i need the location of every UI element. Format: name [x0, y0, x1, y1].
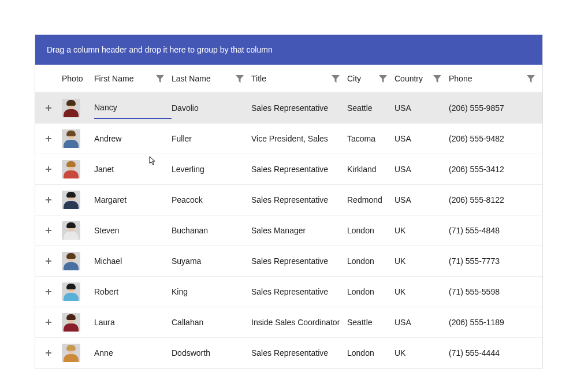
cell-country: UK — [395, 281, 449, 302]
column-header-row: Photo First Name Last Name Title City Co… — [35, 65, 542, 93]
table-row[interactable]: MichaelSuyamaSales RepresentativeLondonU… — [35, 246, 542, 277]
column-label-country: Country — [395, 74, 425, 83]
cell-photo — [62, 338, 94, 368]
column-label-city: City — [347, 74, 363, 83]
cell-phone: (71) 555-7773 — [449, 251, 542, 271]
column-header-title[interactable]: Title — [251, 65, 347, 92]
table-body: NancyDavolioSales RepresentativeSeattleU… — [35, 93, 542, 368]
plus-icon — [45, 105, 52, 111]
cell-photo — [62, 185, 94, 215]
column-header-phone[interactable]: Phone — [449, 65, 542, 92]
avatar — [62, 282, 80, 301]
cell-title: Sales Representative — [251, 159, 347, 180]
cell-last-name: Leverling — [172, 159, 251, 180]
table-row[interactable]: LauraCallahanInside Sales CoordinatorSea… — [35, 307, 542, 338]
avatar — [62, 129, 80, 148]
cell-title: Sales Representative — [251, 281, 347, 302]
cell-city: Tacoma — [347, 128, 395, 149]
cell-title: Sales Representative — [251, 189, 347, 210]
cell-first-name: Laura — [94, 312, 172, 333]
cell-first-name: Steven — [94, 220, 172, 241]
cell-photo — [62, 215, 94, 245]
cell-title: Sales Manager — [251, 220, 347, 241]
cell-first-name: Janet — [94, 159, 172, 180]
cell-city: Seattle — [347, 98, 395, 118]
cell-city: London — [347, 343, 395, 363]
cell-photo — [62, 307, 94, 337]
group-by-panel[interactable]: Drag a column header and drop it here to… — [35, 35, 542, 65]
cell-country: UK — [395, 343, 449, 363]
cell-country: USA — [395, 98, 449, 118]
expand-button[interactable] — [35, 135, 62, 142]
cell-phone: (206) 555-9857 — [449, 98, 542, 118]
table-row[interactable]: JanetLeverlingSales RepresentativeKirkla… — [35, 154, 542, 185]
plus-icon — [45, 135, 52, 142]
cell-country: UK — [395, 251, 449, 271]
expand-button[interactable] — [35, 196, 62, 203]
cell-last-name: Buchanan — [172, 220, 251, 241]
filter-icon[interactable] — [331, 74, 340, 83]
cell-first-name: Michael — [94, 251, 172, 271]
table-row[interactable]: NancyDavolioSales RepresentativeSeattleU… — [35, 93, 542, 124]
cell-phone: (206) 555-8122 — [449, 189, 542, 210]
cell-last-name: Davolio — [172, 98, 251, 118]
plus-icon — [45, 349, 52, 356]
cell-last-name: Fuller — [172, 128, 251, 149]
column-header-city[interactable]: City — [347, 65, 395, 92]
filter-icon[interactable] — [155, 74, 165, 83]
cell-title: Sales Representative — [251, 98, 347, 118]
cell-phone: (206) 555-9482 — [449, 128, 542, 149]
expand-button[interactable] — [35, 288, 62, 295]
plus-icon — [45, 196, 52, 203]
avatar — [62, 313, 80, 332]
cell-city: Seattle — [347, 312, 395, 333]
expand-button[interactable] — [35, 319, 62, 326]
cell-first-name: Nancy — [94, 97, 172, 119]
expand-button[interactable] — [35, 105, 62, 111]
column-label-photo: Photo — [62, 74, 85, 83]
cell-first-name: Robert — [94, 281, 172, 302]
table-row[interactable]: MargaretPeacockSales RepresentativeRedmo… — [35, 185, 542, 215]
cell-city: London — [347, 220, 395, 241]
avatar — [62, 99, 80, 117]
filter-icon[interactable] — [235, 74, 244, 83]
column-label-title: Title — [251, 74, 269, 83]
cell-city: Redmond — [347, 189, 395, 210]
expand-button[interactable] — [35, 227, 62, 234]
expand-button[interactable] — [35, 166, 62, 173]
cell-country: USA — [395, 159, 449, 180]
column-header-country[interactable]: Country — [395, 65, 449, 92]
expand-button[interactable] — [35, 349, 62, 356]
column-header-first-name[interactable]: First Name — [94, 65, 172, 92]
cell-title: Inside Sales Coordinator — [251, 312, 347, 333]
expand-button[interactable] — [35, 258, 62, 265]
filter-icon[interactable] — [433, 74, 442, 83]
table-row[interactable]: StevenBuchananSales ManagerLondonUK(71) … — [35, 215, 542, 246]
column-header-photo[interactable]: Photo — [62, 65, 94, 92]
cell-phone: (206) 555-1189 — [449, 312, 542, 333]
column-header-last-name[interactable]: Last Name — [172, 65, 251, 92]
filter-icon[interactable] — [526, 74, 535, 83]
avatar — [62, 252, 80, 270]
cell-phone: (206) 555-3412 — [449, 159, 542, 180]
plus-icon — [45, 227, 52, 234]
cell-photo — [62, 277, 94, 307]
cell-title: Vice President, Sales — [251, 128, 347, 149]
column-label-phone: Phone — [449, 74, 474, 83]
cell-city: London — [347, 251, 395, 271]
cell-phone: (71) 555-4848 — [449, 220, 542, 241]
table-row[interactable]: AnneDodsworthSales RepresentativeLondonU… — [35, 338, 542, 368]
cell-country: UK — [395, 220, 449, 241]
cell-country: USA — [395, 312, 449, 333]
table-row[interactable]: AndrewFullerVice President, SalesTacomaU… — [35, 124, 542, 154]
group-by-hint: Drag a column header and drop it here to… — [47, 45, 273, 54]
table-row[interactable]: RobertKingSales RepresentativeLondonUK(7… — [35, 277, 542, 307]
cell-photo — [62, 124, 94, 154]
cell-country: USA — [395, 189, 449, 210]
cell-last-name: Peacock — [172, 189, 251, 210]
cell-phone: (71) 555-4444 — [449, 343, 542, 363]
filter-icon[interactable] — [378, 74, 388, 83]
cell-photo — [62, 93, 94, 123]
avatar — [62, 221, 80, 240]
plus-icon — [45, 319, 52, 326]
